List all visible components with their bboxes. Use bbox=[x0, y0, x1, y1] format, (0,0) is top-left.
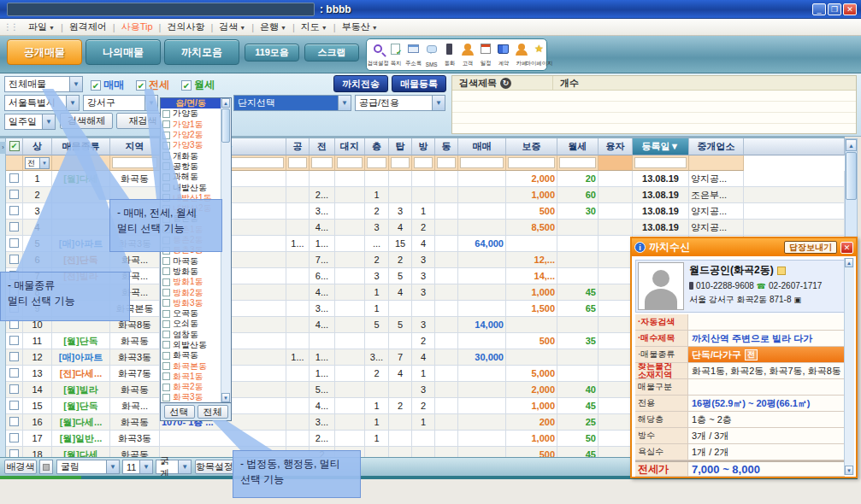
filter-input[interactable] bbox=[634, 157, 687, 168]
row-checkbox-cell[interactable] bbox=[6, 203, 23, 220]
checkbox-icon[interactable] bbox=[9, 368, 19, 378]
contract-tool[interactable]: 계약 bbox=[494, 40, 512, 69]
listing-register-button[interactable]: 매물등록 bbox=[392, 75, 446, 92]
dong-item-화곡1동[interactable]: 화곡1동 bbox=[161, 372, 221, 382]
checkbox-icon[interactable] bbox=[9, 222, 19, 231]
dong-item-화곡2동[interactable]: 화곡2동 bbox=[161, 382, 221, 392]
checkbox-icon[interactable] bbox=[162, 110, 170, 118]
filter-input[interactable] bbox=[559, 157, 596, 168]
column-header-전[interactable]: 전 bbox=[310, 138, 335, 155]
call-tool[interactable]: 통화 bbox=[440, 40, 458, 69]
filter-cell[interactable] bbox=[435, 155, 458, 171]
checkbox-icon[interactable] bbox=[9, 173, 19, 183]
status-filter-select[interactable]: 전▼ bbox=[25, 157, 50, 169]
filter-input[interactable] bbox=[391, 157, 410, 168]
filter-cell[interactable] bbox=[458, 155, 506, 171]
chevron-down-icon[interactable]: ▼ bbox=[106, 460, 119, 473]
row-checkbox-cell[interactable] bbox=[6, 414, 23, 431]
note-tool[interactable]: 쪽지 bbox=[386, 40, 404, 69]
filter-input[interactable] bbox=[414, 157, 433, 168]
filter-cell[interactable] bbox=[389, 155, 412, 171]
color-swatch-button[interactable] bbox=[39, 460, 53, 474]
supply-select[interactable]: 공급/전용▼ bbox=[355, 95, 445, 111]
search-title-row[interactable] bbox=[452, 113, 856, 124]
chevron-down-icon[interactable]: ▼ bbox=[69, 77, 82, 91]
checkbox-icon[interactable] bbox=[162, 352, 170, 360]
cell-title[interactable] bbox=[160, 431, 286, 447]
tab-스크랩[interactable]: 스크랩 bbox=[304, 44, 359, 62]
search-title-row[interactable] bbox=[452, 91, 856, 102]
bg-color-button[interactable]: 배경색 bbox=[4, 460, 37, 474]
menu-item-지도[interactable]: 지도▼ bbox=[295, 19, 333, 35]
note-icon[interactable] bbox=[777, 267, 786, 275]
row-checkbox-cell[interactable] bbox=[6, 333, 23, 349]
filter-cell[interactable] bbox=[335, 155, 365, 171]
menu-item-검색[interactable]: 검색▼ bbox=[213, 19, 251, 35]
dong-item-마곡동[interactable]: 마곡동 bbox=[161, 255, 221, 266]
dong-item-가양2동[interactable]: 가양2동 bbox=[161, 130, 221, 140]
dong-item-화곡3동[interactable]: 화곡3동 bbox=[161, 392, 221, 402]
tab-나의매물[interactable]: 나의매물 bbox=[86, 39, 161, 65]
font-size-select[interactable]: 11▼ bbox=[122, 460, 153, 474]
checkbox-icon[interactable] bbox=[162, 394, 170, 401]
city-select[interactable]: 서울특별시▼ bbox=[4, 95, 80, 111]
schedule-tool[interactable]: 일정 bbox=[476, 40, 494, 69]
column-header-대지[interactable]: 대지 bbox=[335, 138, 365, 155]
checkbox-icon[interactable] bbox=[162, 320, 170, 328]
filter-cell[interactable] bbox=[557, 155, 599, 171]
refresh-icon[interactable]: ↻ bbox=[500, 78, 511, 89]
scroll-up-icon[interactable]: ▲ bbox=[221, 98, 230, 108]
popup-close-icon[interactable]: ✕ bbox=[840, 242, 853, 254]
menu-item-은행[interactable]: 은행▼ bbox=[254, 19, 292, 35]
type-checkbox-월세[interactable]: ✔월세 bbox=[181, 78, 215, 92]
customer-tool[interactable]: 고객 bbox=[458, 40, 476, 69]
filter-input[interactable] bbox=[112, 157, 157, 168]
dong-item-방화2동[interactable]: 방화2동 bbox=[161, 287, 221, 297]
kkachi-send-button[interactable]: 까치전송 bbox=[333, 75, 388, 92]
checkbox-icon[interactable]: ✔ bbox=[91, 80, 101, 91]
scroll-up-icon[interactable]: ▲ bbox=[846, 139, 857, 151]
chevron-down-icon[interactable]: ▼ bbox=[39, 158, 49, 168]
column-header-중개업소[interactable]: 중개업소 bbox=[689, 138, 744, 155]
menu-item-사용Tip[interactable]: 사용Tip bbox=[115, 19, 159, 35]
scroll-thumb[interactable] bbox=[221, 108, 230, 143]
checkbox-icon[interactable] bbox=[162, 299, 170, 307]
close-button[interactable]: ✕ bbox=[843, 3, 857, 15]
scroll-down-icon[interactable]: ▼ bbox=[221, 393, 230, 402]
dong-item-가양1동[interactable]: 가양1동 bbox=[161, 120, 221, 130]
checkbox-icon[interactable] bbox=[162, 267, 170, 275]
search-title-row[interactable] bbox=[452, 102, 856, 113]
row-checkbox-cell[interactable] bbox=[6, 382, 23, 398]
dong-item-오쇠동[interactable]: 오쇠동 bbox=[161, 319, 221, 329]
chevron-down-icon[interactable]: ▼ bbox=[42, 114, 55, 129]
filter-cell[interactable] bbox=[286, 155, 310, 171]
filter-input[interactable] bbox=[311, 157, 333, 168]
dong-item-방화동[interactable]: 방화동 bbox=[161, 267, 221, 277]
filter-cell[interactable] bbox=[365, 155, 389, 171]
chevron-down-icon[interactable]: ▼ bbox=[139, 460, 152, 473]
filter-cell[interactable] bbox=[412, 155, 435, 171]
checkbox-icon[interactable] bbox=[162, 372, 170, 380]
row-checkbox-cell[interactable] bbox=[6, 171, 23, 187]
checkbox-icon[interactable] bbox=[9, 384, 19, 394]
dong-item-염창동[interactable]: 염창동 bbox=[161, 330, 221, 340]
dong-item-화곡본동[interactable]: 화곡본동 bbox=[161, 360, 221, 371]
menu-item-부동산[interactable]: 부동산▼ bbox=[336, 19, 384, 35]
search-settings-tool[interactable]: 검색설정 bbox=[369, 40, 386, 69]
checkbox-icon[interactable] bbox=[9, 206, 19, 215]
dong-item-화곡동[interactable]: 화곡동 bbox=[161, 350, 221, 360]
chevron-down-icon[interactable]: ▼ bbox=[338, 96, 351, 110]
checkbox-icon[interactable] bbox=[162, 362, 170, 370]
panel-expand-icon[interactable]: › bbox=[0, 142, 6, 154]
checkbox-icon[interactable] bbox=[9, 238, 19, 248]
dong-item-외발산동[interactable]: 외발산동 bbox=[161, 340, 221, 350]
checkbox-icon[interactable] bbox=[162, 331, 170, 338]
mypage-tool[interactable]: ★마이페이지 bbox=[530, 40, 548, 69]
scroll-up-icon[interactable]: ▲ bbox=[845, 258, 853, 267]
column-header-상[interactable]: 상 bbox=[23, 138, 52, 155]
filter-cell[interactable] bbox=[599, 155, 633, 171]
scroll-down-icon[interactable]: ▼ bbox=[845, 466, 853, 475]
tab-까치모음[interactable]: 까치모음 bbox=[164, 39, 239, 65]
scroll-thumb[interactable] bbox=[846, 152, 857, 200]
checkbox-icon[interactable] bbox=[162, 120, 170, 128]
